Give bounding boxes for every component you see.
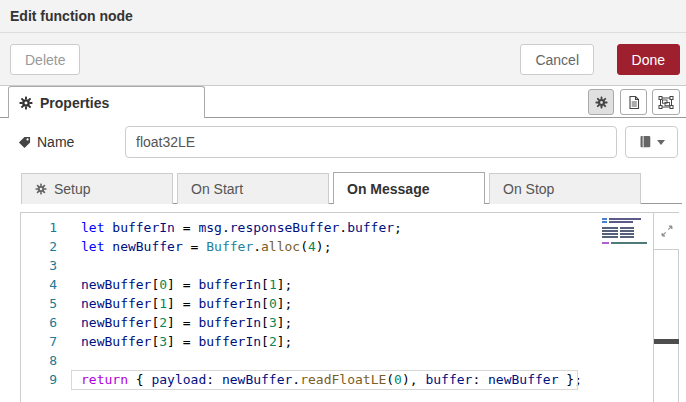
expand-icon [660,224,674,238]
line-number: 6 [21,313,57,332]
expand-editor-button[interactable] [653,213,679,250]
library-button[interactable] [625,126,678,158]
line-number: 1 [21,218,57,237]
editor-minimap[interactable] [601,216,651,250]
line-number: 9 [21,370,57,389]
dialog-title: Edit function node [0,8,133,24]
line-number: 4 [21,275,57,294]
code-line[interactable]: let bufferIn = msg.responseBuffer.buffer… [81,218,651,237]
editor-code[interactable]: let bufferIn = msg.responseBuffer.buffer… [81,218,651,389]
dialog-header: Edit function node [0,0,686,33]
tab-properties[interactable]: Properties [8,86,205,118]
book-icon [639,135,652,149]
function-tabbar: Setup On Start On Message On Stop [21,172,682,204]
tab-on-message[interactable]: On Message [333,172,485,204]
gear-icon [35,183,47,195]
gear-icon [595,96,608,109]
tab-on-stop[interactable]: On Stop [489,173,641,204]
line-number: 8 [21,351,57,370]
line-number: 2 [21,237,57,256]
line-number: 7 [21,332,57,351]
done-button[interactable]: Done [617,44,680,75]
editor-gutter: 123456789 [21,218,65,389]
name-label: Name [18,134,74,150]
properties-tab-label: Properties [40,95,109,111]
chevron-down-icon [657,140,665,145]
edit-function-node-dialog: Edit function node Delete Cancel Done [0,0,686,402]
appearance-frame-icon [658,95,674,110]
code-line[interactable]: newBuffer[2] = bufferIn[3]; [81,313,651,332]
appearance-button[interactable] [652,89,680,115]
code-line[interactable]: newBuffer[3] = bufferIn[2]; [81,332,651,351]
line-number: 3 [21,256,57,275]
properties-edit-button[interactable] [588,89,614,115]
properties-bar: Properties [0,86,686,118]
document-icon [627,95,641,110]
tab-on-start[interactable]: On Start [177,173,329,204]
scrollbar-cursor-marker[interactable] [654,339,679,344]
gear-icon [19,96,33,110]
code-line[interactable] [81,351,651,370]
code-line[interactable]: newBuffer[0] = bufferIn[1]; [81,275,651,294]
name-row: Name [0,126,686,162]
delete-button[interactable]: Delete [10,44,80,75]
action-bar: Delete Cancel Done [0,33,686,86]
cancel-button[interactable]: Cancel [520,44,594,75]
description-button[interactable] [620,89,647,115]
code-editor[interactable]: 123456789 let bufferIn = msg.responseBuf… [20,212,679,402]
code-line[interactable] [81,256,651,275]
name-input[interactable] [125,126,617,158]
line-number: 5 [21,294,57,313]
code-line[interactable]: newBuffer[1] = bufferIn[0]; [81,294,651,313]
code-line[interactable]: return { payload: newBuffer.readFloatLE(… [81,370,651,389]
tag-icon [18,136,31,149]
code-line[interactable]: let newBuffer = Buffer.alloc(4); [81,237,651,256]
tab-setup[interactable]: Setup [21,173,173,204]
